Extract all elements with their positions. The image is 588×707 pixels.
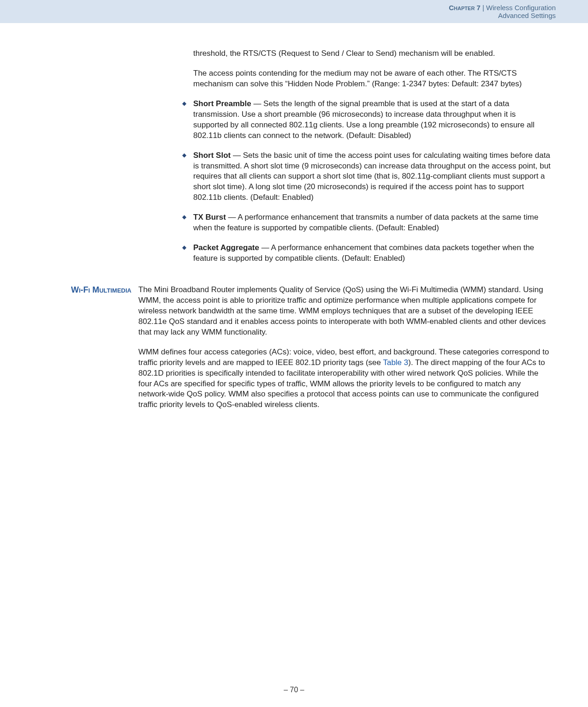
intro-paragraph-2: The access points contending for the med… [193, 68, 551, 90]
section-wifi-multimedia: Wi-Fi Multimedia The Mini Broadband Rout… [46, 285, 551, 419]
section-heading: Wi-Fi Multimedia [46, 285, 138, 295]
bullet-short-slot: Short Slot — Sets the basic unit of time… [182, 150, 551, 204]
table-3-link[interactable]: Table 3 [383, 358, 408, 367]
page-footer: – 70 – [0, 686, 588, 694]
intro-paragraph-1: threshold, the RTS/CTS (Request to Send … [193, 48, 551, 59]
chapter-title: Wireless Configuration [486, 4, 556, 12]
section-body: The Mini Broadband Router implements Qua… [138, 285, 551, 419]
page-number: – 70 – [284, 686, 304, 694]
bullet-desc: — A performance enhancement that transmi… [193, 213, 538, 232]
bullet-term: Packet Aggregate [193, 243, 259, 252]
chapter-label: Chapter 7 [449, 4, 481, 12]
header-chapter-line: Chapter 7 | Wireless Configuration [9, 4, 556, 12]
content-area: threshold, the RTS/CTS (Request to Send … [0, 23, 588, 419]
section-paragraph-1: The Mini Broadband Router implements Qua… [138, 285, 551, 338]
bullet-packet-aggregate: Packet Aggregate — A performance enhance… [182, 243, 551, 264]
bullet-term: Short Preamble [193, 99, 251, 108]
page-header: Chapter 7 | Wireless Configuration Advan… [0, 0, 588, 23]
bullet-desc: — Sets the basic unit of time the access… [193, 151, 551, 202]
header-separator: | [481, 4, 486, 12]
bullet-tx-burst: TX Burst — A performance enhancement tha… [182, 212, 551, 234]
section-paragraph-2: WMM defines four access categories (ACs)… [138, 347, 551, 411]
bullet-short-preamble: Short Preamble — Sets the length of the … [182, 99, 551, 141]
bullet-term: TX Burst [193, 213, 226, 222]
header-subtitle: Advanced Settings [9, 12, 556, 19]
bullet-term: Short Slot [193, 151, 231, 160]
